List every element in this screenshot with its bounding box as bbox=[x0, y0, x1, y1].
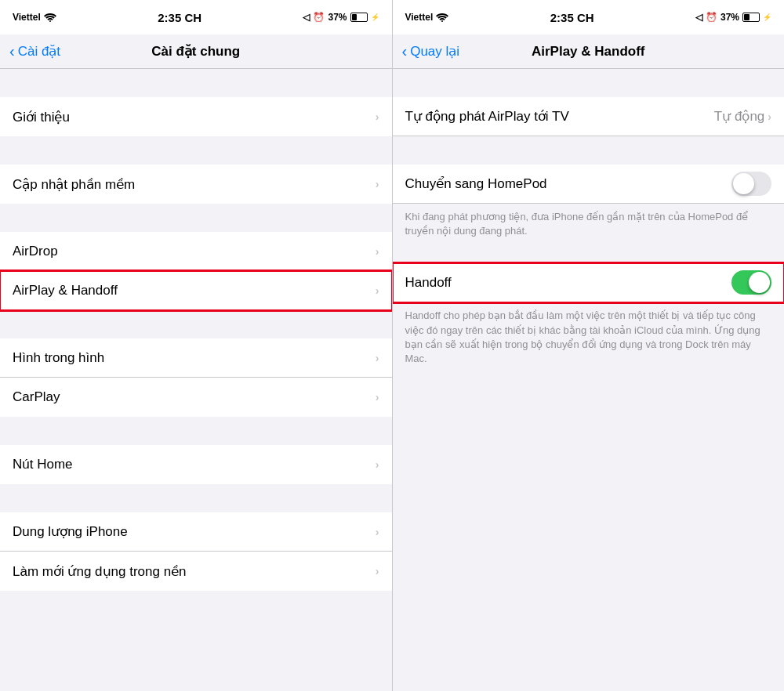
left-label-nut-home: Nút Home bbox=[13, 457, 73, 472]
right-back-label: Quay lại bbox=[410, 43, 459, 60]
right-settings-list: Tự động phát AirPlay tới TV Tự động › Ch… bbox=[393, 69, 785, 691]
right-status-bar: Viettel 2:35 CH ◁ ⏰ 37% ⚡ bbox=[393, 0, 785, 34]
left-label-lam-moi: Làm mới ứng dụng trong nền bbox=[13, 563, 187, 580]
left-section-1: Giới thiệu › bbox=[0, 97, 392, 136]
left-nav-title: Cài đặt chung bbox=[151, 43, 240, 60]
chevron-hinh-trong-hinh: › bbox=[376, 352, 379, 364]
right-row-homepod[interactable]: Chuyển sang HomePod bbox=[393, 165, 785, 204]
left-row-airdrop[interactable]: AirDrop › bbox=[0, 232, 392, 271]
left-back-label: Cài đặt bbox=[18, 43, 60, 60]
left-right-airdrop: › bbox=[376, 245, 379, 258]
right-alarm-icon: ⏰ bbox=[706, 12, 717, 23]
right-location-icon: ◁ bbox=[695, 12, 702, 23]
right-toggle-homepod-knob bbox=[733, 173, 754, 194]
right-time: 2:35 CH bbox=[550, 11, 594, 24]
left-row-dung-luong[interactable]: Dung lượng iPhone › bbox=[0, 512, 392, 552]
right-back-button[interactable]: ‹ Quay lại bbox=[402, 43, 460, 60]
left-back-button[interactable]: ‹ Cài đặt bbox=[9, 43, 60, 60]
right-wifi-icon bbox=[436, 13, 448, 22]
right-carrier: Viettel bbox=[405, 12, 434, 23]
right-row-handoff[interactable]: Handoff bbox=[393, 263, 785, 302]
svg-point-1 bbox=[441, 20, 443, 22]
right-battery-percent: 37% bbox=[720, 12, 739, 23]
left-panel: Viettel 2:35 CH ◁ ⏰ 37% ⚡ ‹ Cài đặt Cài … bbox=[0, 0, 392, 691]
right-desc-homepod: Khi đang phát phương tiện, đưa iPhone đế… bbox=[393, 204, 785, 248]
right-panel: Viettel 2:35 CH ◁ ⏰ 37% ⚡ ‹ Quay lại Air… bbox=[393, 0, 785, 691]
chevron-carplay: › bbox=[376, 391, 379, 403]
right-nav-title: AirPlay & Handoff bbox=[532, 44, 645, 60]
left-section-6: Dung lượng iPhone › Làm mới ứng dụng tro… bbox=[0, 512, 392, 591]
left-gap-4 bbox=[0, 310, 392, 338]
left-nav-bar: ‹ Cài đặt Cài đặt chung bbox=[0, 34, 392, 69]
left-row-carplay[interactable]: CarPlay › bbox=[0, 378, 392, 417]
right-toggle-homepod[interactable] bbox=[731, 172, 771, 196]
left-status-right: ◁ ⏰ 37% ⚡ bbox=[303, 12, 379, 23]
right-label-handoff: Handoff bbox=[405, 275, 452, 291]
left-row-airplay-handoff[interactable]: AirPlay & Handoff › bbox=[0, 271, 392, 310]
left-gap-2 bbox=[0, 136, 392, 165]
left-carrier: Viettel bbox=[13, 12, 41, 23]
chevron-cap-nhat: › bbox=[376, 178, 379, 190]
left-battery-icon bbox=[350, 13, 368, 22]
chevron-lam-moi: › bbox=[376, 565, 379, 577]
right-row-airplay[interactable]: Tự động phát AirPlay tới TV Tự động › bbox=[393, 97, 785, 136]
left-section-4: Hình trong hình › CarPlay › bbox=[0, 338, 392, 417]
left-right-airplay-handoff: › bbox=[376, 284, 379, 297]
left-label-gioi-thieu: Giới thiệu bbox=[13, 109, 70, 125]
left-gap-6 bbox=[0, 484, 392, 512]
left-row-cap-nhat[interactable]: Cập nhật phần mềm › bbox=[0, 165, 392, 204]
chevron-airdrop: › bbox=[376, 245, 379, 258]
left-label-hinh-trong-hinh: Hình trong hình bbox=[13, 350, 104, 366]
left-status-left: Viettel bbox=[13, 12, 56, 23]
svg-point-0 bbox=[49, 20, 51, 22]
left-gap-5 bbox=[0, 417, 392, 445]
left-row-hinh-trong-hinh[interactable]: Hình trong hình › bbox=[0, 338, 392, 378]
right-status-left: Viettel bbox=[405, 12, 449, 23]
right-airplay-value-text: Tự động bbox=[714, 108, 764, 125]
right-toggle-handoff-knob bbox=[749, 272, 770, 293]
chevron-nut-home: › bbox=[376, 458, 379, 471]
right-section-airplay: Tự động phát AirPlay tới TV Tự động › bbox=[393, 97, 785, 136]
left-right-gioi-thieu: › bbox=[376, 110, 379, 123]
left-back-chevron: ‹ bbox=[9, 42, 15, 60]
right-value-airplay: Tự động › bbox=[714, 108, 771, 125]
right-gap-2 bbox=[393, 136, 785, 165]
right-battery-icon bbox=[742, 13, 760, 22]
right-back-chevron: ‹ bbox=[402, 42, 408, 60]
wifi-icon bbox=[44, 13, 56, 22]
left-row-gioi-thieu[interactable]: Giới thiệu › bbox=[0, 97, 392, 136]
left-time: 2:35 CH bbox=[158, 11, 201, 24]
left-label-airdrop: AirDrop bbox=[13, 244, 58, 259]
left-label-dung-luong: Dung lượng iPhone bbox=[13, 523, 128, 540]
left-label-carplay: CarPlay bbox=[13, 389, 60, 405]
right-gap-1 bbox=[393, 69, 785, 97]
right-airplay-chevron: › bbox=[768, 110, 771, 123]
left-section-2: Cập nhật phần mềm › bbox=[0, 165, 392, 204]
right-status-right: ◁ ⏰ 37% ⚡ bbox=[695, 12, 771, 23]
left-battery-percent: 37% bbox=[328, 12, 347, 23]
right-section-homepod: Chuyển sang HomePod bbox=[393, 165, 785, 204]
right-desc-handoff: Handoff cho phép bạn bắt đầu làm một việ… bbox=[393, 302, 785, 375]
left-gap-1 bbox=[0, 69, 392, 97]
left-alarm-icon: ⏰ bbox=[313, 12, 325, 23]
right-label-homepod: Chuyển sang HomePod bbox=[405, 175, 547, 192]
left-right-cap-nhat: › bbox=[376, 178, 379, 190]
right-label-airplay: Tự động phát AirPlay tới TV bbox=[405, 108, 569, 125]
right-lightning: ⚡ bbox=[763, 13, 771, 21]
left-right-dung-luong: › bbox=[376, 526, 379, 538]
left-label-airplay-handoff: AirPlay & Handoff bbox=[13, 283, 118, 298]
left-right-lam-moi: › bbox=[376, 565, 379, 577]
right-gap-3 bbox=[393, 248, 785, 263]
right-toggle-handoff[interactable] bbox=[731, 270, 771, 295]
chevron-dung-luong: › bbox=[376, 526, 379, 538]
left-row-lam-moi[interactable]: Làm mới ứng dụng trong nền › bbox=[0, 552, 392, 591]
left-right-nut-home: › bbox=[376, 458, 379, 471]
right-nav-bar: ‹ Quay lại AirPlay & Handoff bbox=[393, 34, 785, 69]
left-status-bar: Viettel 2:35 CH ◁ ⏰ 37% ⚡ bbox=[0, 0, 392, 34]
left-gap-3 bbox=[0, 204, 392, 232]
left-lightning: ⚡ bbox=[371, 13, 379, 21]
left-row-nut-home[interactable]: Nút Home › bbox=[0, 445, 392, 484]
left-section-5: Nút Home › bbox=[0, 445, 392, 484]
left-section-3: AirDrop › AirPlay & Handoff › bbox=[0, 232, 392, 310]
left-settings-list: Giới thiệu › Cập nhật phần mềm › AirDrop bbox=[0, 69, 392, 691]
